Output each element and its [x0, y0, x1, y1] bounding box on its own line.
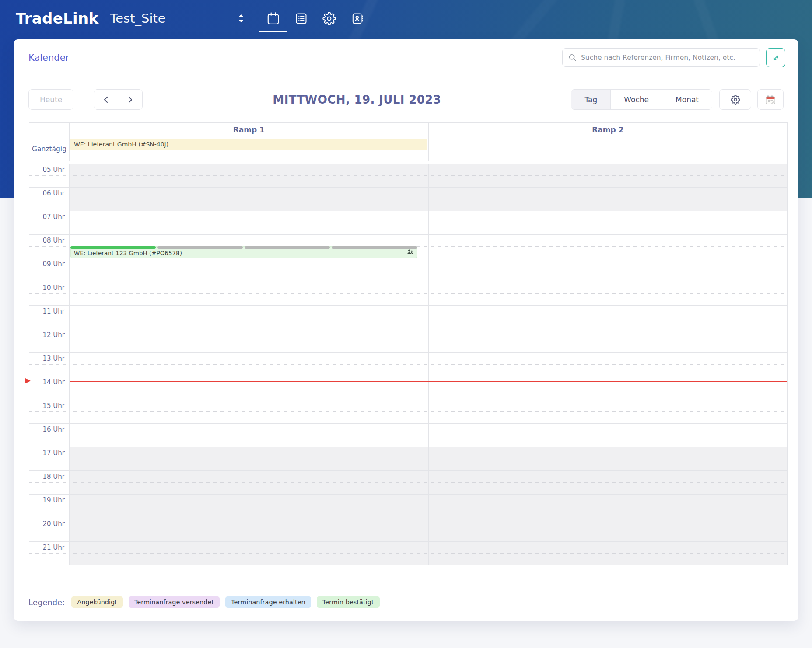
- calendar-slot[interactable]: [70, 447, 429, 470]
- hour-row: 20 Uhr: [29, 518, 787, 541]
- event[interactable]: WE: Lieferant 123 GmbH (#PO6578): [70, 246, 417, 258]
- calendar-slot[interactable]: [429, 329, 788, 352]
- hour-row: 17 Uhr: [29, 447, 787, 470]
- hour-label: 12 Uhr: [29, 329, 70, 352]
- protocol-list-icon[interactable]: [293, 9, 310, 28]
- calendar-slot[interactable]: [70, 542, 429, 565]
- legend-label: Legende:: [28, 598, 65, 607]
- legend-chip: Termin bestätigt: [317, 596, 380, 608]
- day-grid: Ramp 1Ramp 2 Ganztägig WE: Lieferant Gmb…: [29, 122, 788, 565]
- view-switcher: TagWocheMonat: [571, 89, 712, 110]
- calendar-slot[interactable]: [70, 164, 429, 187]
- hour-label: 21 Uhr: [29, 542, 70, 565]
- calendar-slot[interactable]: [70, 353, 429, 376]
- view-monat[interactable]: Monat: [662, 90, 712, 109]
- calendar-slot[interactable]: [429, 424, 788, 447]
- calendar-slot[interactable]: [70, 188, 429, 211]
- calendar-slot[interactable]: [429, 211, 788, 234]
- mini-calendar-icon[interactable]: [757, 89, 784, 110]
- calendar-slot[interactable]: [429, 495, 788, 518]
- people-icon: [406, 248, 414, 257]
- contacts-icon[interactable]: [349, 9, 366, 28]
- next-day-button[interactable]: [118, 90, 142, 109]
- calendar-slot[interactable]: [70, 376, 429, 400]
- calendar-slot[interactable]: [70, 424, 429, 447]
- hour-row: 13 Uhr: [29, 352, 787, 376]
- site-switcher-icon[interactable]: [235, 10, 247, 27]
- grid-body: 05 Uhr06 Uhr07 Uhr08 Uhr09 Uhr10 Uhr11 U…: [29, 161, 787, 565]
- calendar-slot[interactable]: [429, 400, 788, 423]
- date-nav-group: [94, 89, 143, 110]
- calendar-slot[interactable]: [70, 329, 429, 352]
- card-header: Kalender: [14, 39, 798, 76]
- legend-chip: Angekündigt: [71, 596, 123, 608]
- allday-cell[interactable]: [429, 137, 788, 161]
- legend: Legende: AngekündigtTerminanfrage versen…: [28, 596, 380, 608]
- calendar-slot[interactable]: [429, 235, 788, 258]
- brand-logo: TradeLink: [16, 10, 98, 27]
- view-tag[interactable]: Tag: [571, 90, 611, 109]
- legend-chip: Terminanfrage erhalten: [225, 596, 311, 608]
- expand-icon[interactable]: [766, 48, 785, 67]
- calendar-slot[interactable]: [429, 188, 788, 211]
- search-icon: [568, 53, 577, 62]
- calendar-slot[interactable]: [429, 518, 788, 541]
- hour-row: 09 Uhr: [29, 258, 787, 282]
- calendar-slot[interactable]: [70, 518, 429, 541]
- search-input[interactable]: [581, 54, 754, 62]
- calendar-icon[interactable]: [265, 9, 282, 28]
- page-title: Kalender: [28, 52, 69, 63]
- calendar-slot[interactable]: [70, 258, 429, 282]
- calendar-slot[interactable]: [429, 282, 788, 305]
- hour-label: 20 Uhr: [29, 518, 70, 541]
- site-name: Test_Site: [110, 11, 165, 26]
- hour-row: 06 Uhr: [29, 187, 787, 211]
- navbar-icon-menu: [265, 9, 366, 28]
- calendar-slot[interactable]: [70, 211, 429, 234]
- allday-row: Ganztägig WE: Lieferant GmbH (#SN-40J): [29, 137, 787, 161]
- hour-row: 11 Uhr: [29, 305, 787, 329]
- hour-label: 19 Uhr: [29, 495, 70, 518]
- event-title: WE: Lieferant 123 GmbH (#PO6578): [74, 250, 182, 257]
- hour-label: 13 Uhr: [29, 353, 70, 376]
- calendar-slot[interactable]: [70, 306, 429, 329]
- hour-row: 10 Uhr: [29, 282, 787, 305]
- column-header: Ramp 2: [429, 123, 788, 137]
- calendar-settings-gear-icon[interactable]: [719, 89, 751, 110]
- today-button[interactable]: Heute: [28, 89, 74, 110]
- hour-label: 18 Uhr: [29, 471, 70, 494]
- hour-label: 07 Uhr: [29, 211, 70, 234]
- calendar-slot[interactable]: [70, 282, 429, 305]
- hour-label: 15 Uhr: [29, 400, 70, 423]
- hour-row: 07 Uhr: [29, 211, 787, 234]
- calendar-slot[interactable]: [429, 471, 788, 494]
- settings-icon[interactable]: [321, 9, 338, 28]
- hour-label: 06 Uhr: [29, 188, 70, 211]
- hour-label: 14 Uhr: [29, 376, 70, 400]
- view-woche[interactable]: Woche: [611, 90, 662, 109]
- hour-label: 08 Uhr: [29, 235, 70, 258]
- calendar-slot[interactable]: [70, 400, 429, 423]
- allday-cell[interactable]: WE: Lieferant GmbH (#SN-40J): [70, 137, 429, 161]
- calendar-toolbar: Heute MITTWOCH, 19. JULI 2023 TagWocheMo…: [14, 76, 798, 122]
- calendar-slot[interactable]: [429, 542, 788, 565]
- search-box: [562, 48, 760, 67]
- calendar-slot[interactable]: [429, 376, 788, 400]
- hour-row: 15 Uhr: [29, 400, 787, 423]
- prev-day-button[interactable]: [94, 90, 118, 109]
- legend-chip: Terminanfrage versendet: [129, 596, 220, 608]
- calendar-slot[interactable]: [70, 471, 429, 494]
- calendar-slot[interactable]: [429, 306, 788, 329]
- hour-label: 17 Uhr: [29, 447, 70, 470]
- date-title: MITTWOCH, 19. JULI 2023: [143, 93, 571, 106]
- calendar-slot[interactable]: [429, 258, 788, 282]
- allday-event[interactable]: WE: Lieferant GmbH (#SN-40J): [70, 139, 427, 150]
- hour-row: 16 Uhr: [29, 423, 787, 447]
- allday-label: Ganztägig: [29, 137, 70, 161]
- calendar-slot[interactable]: [429, 447, 788, 470]
- calendar-slot[interactable]: [429, 353, 788, 376]
- hour-label: 11 Uhr: [29, 306, 70, 329]
- hour-label: 10 Uhr: [29, 282, 70, 305]
- calendar-slot[interactable]: [70, 495, 429, 518]
- calendar-slot[interactable]: [429, 164, 788, 187]
